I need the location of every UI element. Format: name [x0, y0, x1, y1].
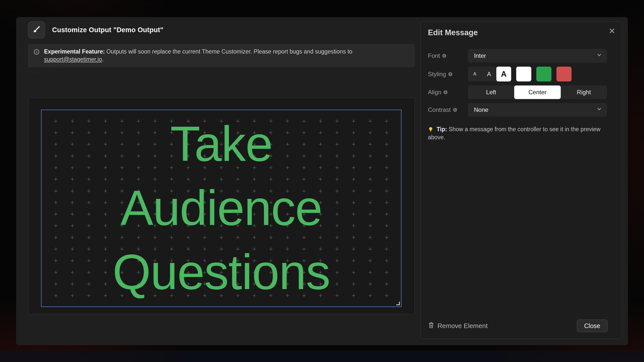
align-label: Align i: [428, 89, 468, 96]
customize-output-dialog: Customize Output "Demo Output" i Experim…: [16, 17, 628, 345]
info-icon: i: [442, 54, 446, 58]
contrast-label-text: Contrast: [428, 106, 451, 113]
styling-row: Styling i A A A: [428, 67, 607, 81]
trash-icon: [428, 322, 434, 330]
text-size-group: A A A: [468, 67, 511, 81]
message-line: Questions: [112, 240, 330, 304]
tip-label: Tip:: [436, 126, 447, 132]
banner-body: Outputs will soon replace the current Th…: [105, 48, 352, 55]
panel-footer: Remove Element Close: [428, 320, 608, 332]
app-background: Customize Output "Demo Output" i Experim…: [0, 0, 644, 362]
brush-icon-button[interactable]: [28, 21, 45, 38]
resize-handle[interactable]: [396, 302, 400, 305]
info-icon: i: [453, 108, 457, 112]
align-right-button[interactable]: Right: [561, 85, 607, 99]
chevron-down-icon: [596, 106, 602, 113]
align-center-button[interactable]: Center: [514, 85, 560, 99]
output-preview: ++++++++++++++++++++++++++++++++++++++++…: [28, 98, 415, 314]
color-swatch-white[interactable]: [516, 67, 531, 81]
panel-rows: Font i Inter Styling: [428, 49, 607, 141]
text-size-medium-button[interactable]: A: [482, 67, 496, 81]
styling-label-text: Styling: [428, 71, 446, 78]
text-size-small-button[interactable]: A: [468, 67, 482, 81]
brush-icon: [32, 25, 41, 35]
edit-message-panel: Edit Message × Font i Inter: [421, 21, 622, 339]
font-row: Font i Inter: [428, 49, 607, 63]
font-label: Font i: [428, 52, 468, 59]
font-select[interactable]: Inter: [468, 49, 607, 63]
tip-text: Tip: Show a message from the controller …: [428, 125, 602, 141]
experimental-feature-banner: i Experimental Feature: Outputs will soo…: [28, 44, 415, 67]
align-group: Left Center Right: [468, 85, 607, 99]
support-email-link[interactable]: support@stagetimer.io: [44, 56, 102, 63]
background-glow: [0, 350, 644, 362]
message-text: Take Audience Questions: [42, 110, 401, 306]
info-icon: i: [34, 49, 39, 55]
remove-element-label: Remove Element: [437, 322, 488, 330]
align-left-button[interactable]: Left: [468, 85, 514, 99]
contrast-label: Contrast i: [428, 106, 468, 113]
text-size-large-button[interactable]: A: [496, 67, 511, 81]
align-label-text: Align: [428, 89, 441, 96]
banner-bold-label: Experimental Feature:: [44, 48, 105, 55]
banner-text: Experimental Feature: Outputs will soon …: [44, 48, 408, 63]
message-line: Audience: [120, 176, 322, 240]
banner-period: .: [102, 56, 103, 63]
dialog-header: Customize Output "Demo Output": [28, 21, 164, 38]
message-element-selection[interactable]: ++++++++++++++++++++++++++++++++++++++++…: [41, 110, 401, 307]
info-icon: i: [448, 72, 452, 76]
contrast-row: Contrast i None: [428, 103, 607, 117]
close-button[interactable]: Close: [577, 320, 608, 332]
info-icon: i: [444, 90, 448, 94]
contrast-select[interactable]: None: [468, 103, 607, 117]
remove-element-button[interactable]: Remove Element: [428, 322, 488, 330]
message-line: Take: [170, 112, 272, 176]
color-swatch-green[interactable]: [536, 67, 551, 81]
close-icon[interactable]: ×: [609, 26, 615, 36]
contrast-select-value: None: [474, 106, 488, 113]
lightbulb-icon: [428, 126, 436, 132]
tip-body: Show a message from the controller to se…: [428, 126, 600, 141]
styling-label: Styling i: [428, 71, 468, 78]
color-swatch-red[interactable]: [556, 67, 572, 81]
align-row: Align i Left Center Right: [428, 85, 607, 99]
font-select-value: Inter: [474, 52, 486, 59]
font-label-text: Font: [428, 52, 440, 59]
panel-title: Edit Message: [428, 28, 478, 37]
chevron-down-icon: [596, 52, 602, 59]
dialog-title: Customize Output "Demo Output": [52, 26, 164, 34]
